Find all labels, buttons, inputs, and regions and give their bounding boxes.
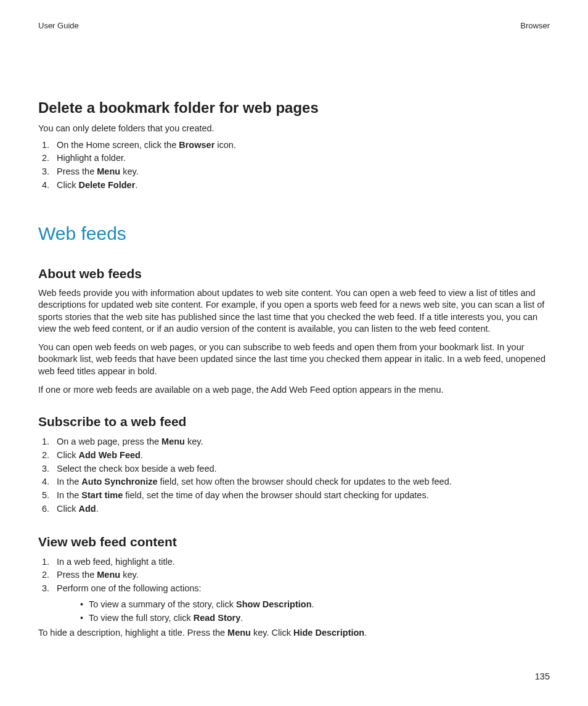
steps-subscribe: On a web page, press the Menu key. Click… (38, 435, 550, 516)
step-item: Perform one of the following actions: To… (38, 582, 550, 625)
bullet-list: To view a summary of the story, click Sh… (57, 598, 550, 625)
step-item: Highlight a folder. (38, 152, 550, 165)
bullet-item: To view the full story, click Read Story… (57, 612, 550, 625)
intro-text: You can only delete folders that you cre… (38, 123, 550, 135)
footer-note: To hide a description, highlight a title… (38, 627, 550, 639)
step-item: In the Start time field, set the time of… (38, 489, 550, 503)
step-item: In the Auto Synchronize field, set how o… (38, 475, 550, 489)
step-item: Press the Menu key. (38, 568, 550, 582)
step-item: On a web page, press the Menu key. (38, 435, 550, 449)
steps-delete-bookmark: On the Home screen, click the Browser ic… (38, 139, 550, 192)
step-item: Click Delete Folder. (38, 179, 550, 192)
paragraph: If one or more web feeds are available o… (38, 384, 550, 396)
heading-subscribe: Subscribe to a web feed (38, 414, 550, 429)
heading-view-content: View web feed content (38, 535, 550, 549)
step-item: In a web feed, highlight a title. (38, 556, 550, 569)
page-number: 135 (535, 671, 550, 681)
paragraph: Web feeds provide you with information a… (38, 287, 550, 335)
heading-about-web-feeds: About web feeds (38, 266, 550, 281)
step-item: Select the check box beside a web feed. (38, 462, 550, 476)
page-header: User Guide Browser (38, 21, 550, 30)
bullet-item: To view a summary of the story, click Sh… (57, 598, 550, 612)
header-left: User Guide (38, 21, 79, 30)
steps-view-content: In a web feed, highlight a title. Press … (38, 556, 550, 625)
step-item: Click Add. (38, 503, 550, 516)
step-item: Press the Menu key. (38, 165, 550, 179)
paragraph: You can open web feeds on web pages, or … (38, 342, 550, 378)
header-right: Browser (520, 21, 550, 30)
step-item: On the Home screen, click the Browser ic… (38, 139, 550, 152)
heading-delete-bookmark: Delete a bookmark folder for web pages (38, 99, 550, 117)
heading-web-feeds: Web feeds (38, 223, 550, 244)
step-item: Click Add Web Feed. (38, 449, 550, 462)
